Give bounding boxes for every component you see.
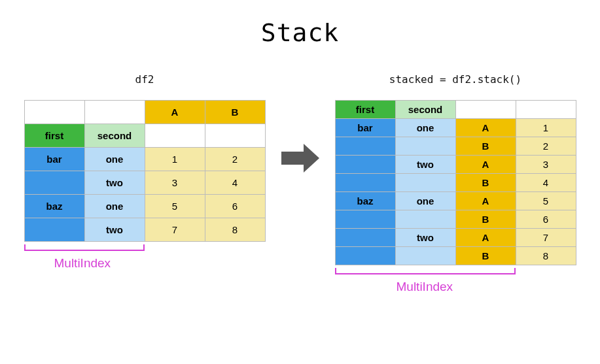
value-cell: 2 [516,137,576,156]
arrow-wrap [281,73,319,243]
index-cell [395,137,455,156]
index-cell [335,137,395,156]
table-row: first second [24,124,265,148]
index-cell: two [395,156,455,174]
table-row: two 7 8 [24,218,265,242]
table-row: baz one 5 6 [24,195,265,218]
value-cell: 6 [205,195,265,218]
bracket-label: MultiIndex [54,256,111,271]
index-name: second [395,101,455,119]
index-cell: bar [24,148,84,171]
index-cell: baz [24,195,84,218]
value-cell: 1 [516,119,576,137]
index-cell: two [84,218,145,242]
bracket-label: MultiIndex [397,280,453,294]
right-table: first second bar one A 1 B 2 two A [335,100,576,265]
col-header: B [205,101,265,124]
index-cell [24,171,84,195]
value-cell: 4 [516,174,576,192]
col-header: A [145,101,205,124]
index-name: first [335,101,395,119]
table-row: B 2 [335,137,576,156]
value-cell: 8 [516,247,576,265]
index-cell [395,174,455,192]
value-cell: 7 [145,218,205,242]
table-row: B 6 [335,210,576,229]
index-cell: two [84,171,145,195]
index-cell [335,247,395,265]
left-panel: df2 A B first second bar one 1 2 [24,73,266,278]
stacked-col-cell: A [455,192,516,210]
right-caption: stacked = df2.stack() [335,73,576,86]
page-title: Stack [0,18,600,47]
index-cell: bar [335,119,395,137]
value-cell: 3 [145,171,205,195]
index-cell: two [395,229,455,247]
index-cell [24,218,84,242]
value-cell: 1 [145,148,205,171]
table-row: B 4 [335,174,576,192]
table-row: bar one 1 2 [24,148,265,171]
table-row: two A 3 [335,156,576,174]
stacked-col-cell: B [455,174,516,192]
index-cell [395,210,455,229]
table-row: bar one A 1 [335,119,576,137]
index-name: first [24,124,84,148]
stacked-col-cell: B [455,210,516,229]
multiindex-bracket: MultiIndex [335,269,576,302]
arrow-icon [281,144,319,173]
blank-cell [145,124,205,148]
blank-cell [516,101,576,119]
left-table: A B first second bar one 1 2 two 3 4 [24,100,266,242]
value-cell: 4 [205,171,265,195]
table-row: B 8 [335,247,576,265]
blank-cell [84,101,145,124]
index-name: second [84,124,145,148]
table-row: two A 7 [335,229,576,247]
blank-cell [205,124,265,148]
stacked-col-cell: A [455,119,516,137]
index-cell [395,247,455,265]
value-cell: 2 [205,148,265,171]
index-cell: baz [335,192,395,210]
table-row: first second [335,101,576,119]
table-row: A B [24,101,265,124]
blank-cell [24,101,84,124]
multiindex-bracket: MultiIndex [24,246,265,278]
stacked-col-cell: B [455,137,516,156]
stacked-col-cell: A [455,156,516,174]
table-row: baz one A 5 [335,192,576,210]
value-cell: 8 [205,218,265,242]
index-cell: one [395,119,455,137]
table-row: two 3 4 [24,171,265,195]
value-cell: 7 [516,229,576,247]
stacked-col-cell: A [455,229,516,247]
value-cell: 3 [516,156,576,174]
blank-cell [455,101,516,119]
index-cell: one [395,192,455,210]
value-cell: 5 [516,192,576,210]
right-panel: stacked = df2.stack() first second bar o… [335,73,576,302]
index-cell: one [84,195,145,218]
index-cell [335,174,395,192]
stacked-col-cell: B [455,247,516,265]
value-cell: 6 [516,210,576,229]
diagram-stage: df2 A B first second bar one 1 2 [0,73,600,302]
value-cell: 5 [145,195,205,218]
index-cell [335,210,395,229]
index-cell [335,229,395,247]
index-cell: one [84,148,145,171]
left-caption: df2 [24,73,266,86]
index-cell [335,156,395,174]
